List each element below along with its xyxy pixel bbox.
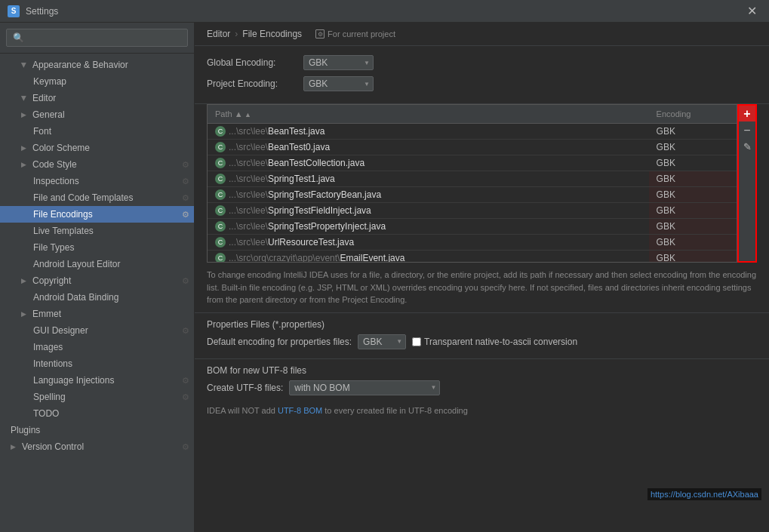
sidebar-label-color-scheme: Color Scheme (32, 143, 90, 153)
expand-arrow-code-style: ▶ (21, 161, 26, 168)
file-encoding: GBK (649, 203, 737, 219)
properties-section-title: Properties Files (*.properties) (207, 319, 757, 330)
file-icon: C (215, 189, 226, 200)
sidebar-item-version-control[interactable]: ▶ Version Control ⚙ (0, 438, 194, 455)
table-wrapper: Path ▲ Encoding C...\src\lee\BeanTest.ja… (207, 104, 757, 263)
sidebar-item-copyright[interactable]: ▶ Copyright ⚙ (0, 272, 194, 289)
expand-arrow-general: ▶ (21, 111, 26, 118)
file-path: ...\src\lee\BeanTest0.java (229, 142, 330, 152)
breadcrumb-bar: Editor › File Encodings ⚙ For current pr… (195, 23, 769, 46)
sidebar-item-language-injections[interactable]: Language Injections ⚙ (0, 372, 194, 389)
properties-row: Default encoding for properties files: G… (207, 334, 757, 349)
bom-info-text-after: to every created file in UTF-8 encoding (325, 406, 468, 415)
global-encoding-label: Global Encoding: (207, 57, 297, 68)
edit-file-encoding-button[interactable]: ✎ (739, 139, 755, 155)
properties-section: Properties Files (*.properties) Default … (195, 313, 769, 359)
sidebar-item-general[interactable]: ▶ General (0, 106, 194, 123)
sidebar-item-keymap[interactable]: Keymap (0, 73, 194, 90)
bom-info-text-before: IDEA will NOT add (207, 406, 275, 415)
settings-icon-language-injections: ⚙ (182, 376, 189, 386)
bom-info-text: IDEA will NOT add UTF-8 BOM to every cre… (195, 401, 769, 420)
table-header-path[interactable]: Path ▲ (208, 105, 649, 124)
settings-icon-version-control: ⚙ (182, 442, 189, 452)
file-path: ...\src\lee\SpringTestFieldInject.java (229, 205, 371, 216)
transparent-checkbox[interactable] (412, 337, 421, 346)
sidebar-item-editor[interactable]: ▶ Editor (0, 90, 194, 106)
file-path: ...\src\lee\BeanTest.java (229, 126, 325, 137)
sidebar-item-intentions[interactable]: Intentions (0, 355, 194, 372)
sidebar-label-general: General (32, 109, 65, 120)
sidebar-item-spelling[interactable]: Spelling ⚙ (0, 389, 194, 405)
nav-tree: ▶ Appearance & Behavior Keymap ▶ Editor … (0, 54, 194, 532)
bom-row: Create UTF-8 files: with NO BOM with BOM (207, 380, 757, 395)
table-row[interactable]: C...\src\org\crazyit\app\event\EmailEven… (208, 251, 737, 263)
expand-arrow-version-control: ▶ (11, 443, 16, 451)
file-path: ...\src\org\crazyit\app\event\EmailEvent… (229, 253, 404, 263)
sidebar-item-emmet[interactable]: ▶ Emmet (0, 306, 194, 322)
table-side-buttons: + − ✎ (737, 104, 757, 263)
file-path: ...\src\lee\BeanTestCollection.java (229, 158, 365, 168)
table-row[interactable]: C...\src\lee\SpringTest1.javaGBK (208, 171, 737, 187)
sidebar-item-plugins[interactable]: Plugins (0, 422, 194, 438)
sidebar-item-color-scheme[interactable]: ▶ Color Scheme (0, 140, 194, 156)
sidebar-item-file-encodings[interactable]: File Encodings ⚙ (0, 206, 194, 223)
table-row[interactable]: C...\src\lee\UrlResourceTest.javaGBK (208, 235, 737, 251)
sidebar-item-todo[interactable]: TODO (0, 405, 194, 422)
sidebar-item-gui-designer[interactable]: GUI Designer ⚙ (0, 322, 194, 339)
global-encoding-select[interactable]: GBK UTF-8 ISO-8859-1 (303, 55, 374, 70)
sidebar-label-appearance: Appearance & Behavior (32, 60, 128, 70)
search-input[interactable] (6, 29, 188, 47)
sidebar-label-images: Images (33, 342, 63, 352)
settings-icon-file-code-templates: ⚙ (182, 193, 189, 203)
table-row[interactable]: C...\src\lee\SpringTestFactoryBean.javaG… (208, 187, 737, 203)
table-scroll[interactable]: Path ▲ Encoding C...\src\lee\BeanTest.ja… (207, 104, 737, 263)
sidebar-item-font[interactable]: Font (0, 123, 194, 140)
file-path: ...\src\lee\UrlResourceTest.java (229, 237, 354, 248)
sidebar-label-version-control: Version Control (22, 441, 84, 452)
bom-select[interactable]: with NO BOM with BOM (289, 380, 440, 395)
project-encoding-label: Project Encoding: (207, 78, 297, 89)
project-encoding-row: Project Encoding: GBK UTF-8 ISO-8859-1 (207, 76, 757, 91)
sidebar-item-code-style[interactable]: ▶ Code Style ⚙ (0, 156, 194, 173)
add-file-encoding-button[interactable]: + (739, 106, 755, 122)
info-text-area: To change encoding IntelliJ IDEA uses fo… (195, 263, 769, 313)
table-row[interactable]: C...\src\lee\SpringTestFieldInject.javaG… (208, 203, 737, 219)
settings-icon-copyright: ⚙ (182, 276, 189, 286)
sidebar-item-live-templates[interactable]: Live Templates (0, 223, 194, 239)
sidebar-label-copyright: Copyright (32, 275, 71, 286)
breadcrumb-project-link[interactable]: ⚙ For current project (315, 29, 395, 38)
transparent-checkbox-label[interactable]: Transparent native-to-ascii conversion (412, 337, 577, 347)
properties-encoding-select[interactable]: GBK UTF-8 (358, 334, 406, 349)
global-encoding-select-wrapper: GBK UTF-8 ISO-8859-1 (303, 55, 374, 70)
file-icon: C (215, 221, 226, 232)
sidebar-item-images[interactable]: Images (0, 339, 194, 355)
sidebar-label-spelling: Spelling (33, 392, 66, 402)
sidebar-item-inspections[interactable]: Inspections ⚙ (0, 173, 194, 189)
search-box (0, 23, 194, 54)
table-row[interactable]: C...\src\lee\BeanTest0.javaGBK (208, 140, 737, 155)
sidebar-label-file-code-templates: File and Code Templates (33, 192, 134, 203)
remove-file-encoding-button[interactable]: − (739, 122, 755, 139)
project-encoding-select[interactable]: GBK UTF-8 ISO-8859-1 (303, 76, 374, 91)
table-row[interactable]: C...\src\lee\BeanTest.javaGBK (208, 124, 737, 140)
file-path: ...\src\lee\SpringTest1.java (229, 174, 335, 184)
table-header-encoding[interactable]: Encoding (649, 105, 737, 124)
sidebar-label-inspections: Inspections (33, 176, 79, 186)
window-title: Settings (26, 6, 58, 17)
global-encoding-row: Global Encoding: GBK UTF-8 ISO-8859-1 (207, 55, 757, 70)
table-row[interactable]: C...\src\lee\SpringTestPropertyInject.ja… (208, 219, 737, 235)
properties-encoding-select-wrapper: GBK UTF-8 (358, 334, 406, 349)
close-button[interactable]: ✕ (743, 2, 761, 20)
create-utf8-label: Create UTF-8 files: (207, 383, 283, 393)
main-container: ▶ Appearance & Behavior Keymap ▶ Editor … (0, 23, 769, 532)
expand-arrow-color-scheme: ▶ (21, 144, 26, 152)
sidebar-item-android-layout[interactable]: Android Layout Editor (0, 256, 194, 272)
sidebar-item-appearance[interactable]: ▶ Appearance & Behavior (0, 57, 194, 73)
sidebar-item-android-data-binding[interactable]: Android Data Binding (0, 289, 194, 306)
sidebar-item-file-code-templates[interactable]: File and Code Templates ⚙ (0, 189, 194, 206)
sidebar-label-live-templates: Live Templates (33, 226, 94, 236)
table-row[interactable]: C...\src\lee\BeanTestCollection.javaGBK (208, 155, 737, 171)
breadcrumb-parent: Editor (207, 29, 230, 39)
sidebar-item-file-types[interactable]: File Types (0, 239, 194, 256)
expand-arrow-editor: ▶ (20, 96, 28, 101)
